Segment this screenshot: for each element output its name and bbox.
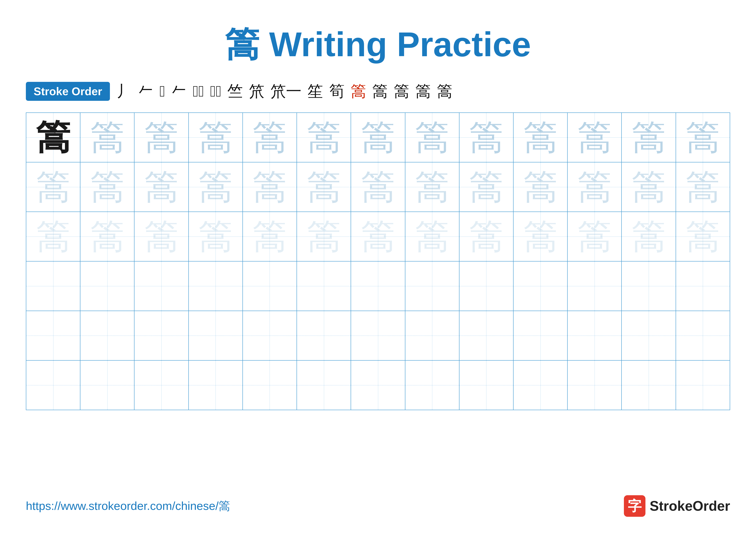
stroke-10: 笙 [308, 81, 323, 102]
cell-r2-c2[interactable]: 篙 [80, 162, 134, 212]
cell-r1-c13[interactable]: 篙 [676, 113, 730, 162]
char-fade2: 篙 [90, 168, 124, 206]
grid-row-4 [26, 261, 730, 311]
cell-r2-c1[interactable]: 篙 [26, 162, 80, 212]
cell-r6-c7[interactable] [351, 360, 405, 410]
cell-r2-c5[interactable]: 篙 [243, 162, 297, 212]
cell-r3-c3[interactable]: 篙 [134, 212, 188, 261]
cell-r3-c8[interactable]: 篙 [405, 212, 459, 261]
char-fade3: 篙 [198, 217, 233, 256]
cell-r6-c4[interactable] [189, 360, 243, 410]
cell-r5-c2[interactable] [80, 311, 134, 360]
cell-r6-c13[interactable] [676, 360, 730, 410]
cell-r6-c10[interactable] [513, 360, 567, 410]
cell-r4-c13[interactable] [676, 261, 730, 311]
page: 篙 Writing Practice Stroke Order 丿 𠂉 𠃊 𠂉 … [0, 0, 756, 534]
char-fade1: 篙 [469, 118, 503, 157]
cell-r6-c8[interactable] [405, 360, 459, 410]
char-fade2: 篙 [361, 168, 395, 206]
cell-r2-c13[interactable]: 篙 [676, 162, 730, 212]
cell-r5-c5[interactable] [243, 311, 297, 360]
cell-r3-c12[interactable]: 篙 [622, 212, 676, 261]
cell-r6-c2[interactable] [80, 360, 134, 410]
cell-r1-c9[interactable]: 篙 [459, 113, 513, 162]
cell-r5-c3[interactable] [134, 311, 188, 360]
stroke-11: 筍 [329, 81, 345, 102]
cell-r1-c7[interactable]: 篙 [351, 113, 405, 162]
char-fade2: 篙 [144, 168, 179, 206]
cell-r4-c4[interactable] [189, 261, 243, 311]
cell-r6-c5[interactable] [243, 360, 297, 410]
footer-url[interactable]: https://www.strokeorder.com/chinese/篙 [26, 498, 230, 514]
cell-r1-c10[interactable]: 篙 [513, 113, 567, 162]
cell-r5-c8[interactable] [405, 311, 459, 360]
cell-r2-c11[interactable]: 篙 [567, 162, 622, 212]
stroke-order-row: Stroke Order 丿 𠂉 𠃊 𠂉 𠃊丨 𠃊𠃊 竺 笊 笊一 笙 筍 篙 … [26, 81, 730, 102]
char-fade3: 篙 [415, 217, 449, 256]
cell-r3-c9[interactable]: 篙 [459, 212, 513, 261]
char-solid: 篙 [36, 118, 70, 157]
char-fade1: 篙 [577, 118, 612, 157]
cell-r5-c12[interactable] [622, 311, 676, 360]
cell-r2-c9[interactable]: 篙 [459, 162, 513, 212]
cell-r4-c1[interactable] [26, 261, 80, 311]
strokeorder-logo-icon: 字 [624, 495, 645, 517]
cell-r4-c9[interactable] [459, 261, 513, 311]
cell-r6-c12[interactable] [622, 360, 676, 410]
cell-r1-c12[interactable]: 篙 [622, 113, 676, 162]
cell-r5-c11[interactable] [567, 311, 622, 360]
title-section: 篙 Writing Practice [26, 21, 730, 68]
cell-r6-c3[interactable] [134, 360, 188, 410]
cell-r1-c2[interactable]: 篙 [80, 113, 134, 162]
cell-r2-c8[interactable]: 篙 [405, 162, 459, 212]
cell-r3-c10[interactable]: 篙 [513, 212, 567, 261]
char-fade3: 篙 [686, 217, 720, 256]
cell-r1-c3[interactable]: 篙 [134, 113, 188, 162]
cell-r6-c11[interactable] [567, 360, 622, 410]
cell-r3-c4[interactable]: 篙 [189, 212, 243, 261]
cell-r5-c10[interactable] [513, 311, 567, 360]
cell-r5-c4[interactable] [189, 311, 243, 360]
cell-r2-c3[interactable]: 篙 [134, 162, 188, 212]
cell-r3-c11[interactable]: 篙 [567, 212, 622, 261]
char-fade3: 篙 [577, 217, 612, 256]
cell-r2-c6[interactable]: 篙 [297, 162, 351, 212]
cell-r2-c4[interactable]: 篙 [189, 162, 243, 212]
cell-r5-c9[interactable] [459, 311, 513, 360]
cell-r4-c7[interactable] [351, 261, 405, 311]
cell-r6-c6[interactable] [297, 360, 351, 410]
cell-r3-c5[interactable]: 篙 [243, 212, 297, 261]
cell-r4-c3[interactable] [134, 261, 188, 311]
cell-r4-c11[interactable] [567, 261, 622, 311]
cell-r3-c6[interactable]: 篙 [297, 212, 351, 261]
cell-r4-c5[interactable] [243, 261, 297, 311]
char-fade3: 篙 [307, 217, 341, 256]
cell-r4-c6[interactable] [297, 261, 351, 311]
grid-row-2: 篙 篙 篙 篙 篙 篙 篙 篙 篙 篙 篙 篙 篙 [26, 162, 730, 212]
cell-r1-c6[interactable]: 篙 [297, 113, 351, 162]
cell-r5-c6[interactable] [297, 311, 351, 360]
cell-r1-c11[interactable]: 篙 [567, 113, 622, 162]
cell-r3-c1[interactable]: 篙 [26, 212, 80, 261]
cell-r4-c10[interactable] [513, 261, 567, 311]
cell-r6-c9[interactable] [459, 360, 513, 410]
char-fade3: 篙 [36, 217, 70, 256]
cell-r3-c13[interactable]: 篙 [676, 212, 730, 261]
cell-r2-c12[interactable]: 篙 [622, 162, 676, 212]
stroke-6: 𠃊𠃊 [210, 83, 222, 100]
cell-r1-c8[interactable]: 篙 [405, 113, 459, 162]
cell-r4-c2[interactable] [80, 261, 134, 311]
cell-r5-c1[interactable] [26, 311, 80, 360]
cell-r6-c1[interactable] [26, 360, 80, 410]
cell-r3-c2[interactable]: 篙 [80, 212, 134, 261]
cell-r2-c7[interactable]: 篙 [351, 162, 405, 212]
cell-r4-c8[interactable] [405, 261, 459, 311]
cell-r1-c1[interactable]: 篙 [26, 113, 80, 162]
cell-r5-c7[interactable] [351, 311, 405, 360]
cell-r4-c12[interactable] [622, 261, 676, 311]
cell-r1-c5[interactable]: 篙 [243, 113, 297, 162]
cell-r2-c10[interactable]: 篙 [513, 162, 567, 212]
cell-r5-c13[interactable] [676, 311, 730, 360]
cell-r1-c4[interactable]: 篙 [189, 113, 243, 162]
cell-r3-c7[interactable]: 篙 [351, 212, 405, 261]
